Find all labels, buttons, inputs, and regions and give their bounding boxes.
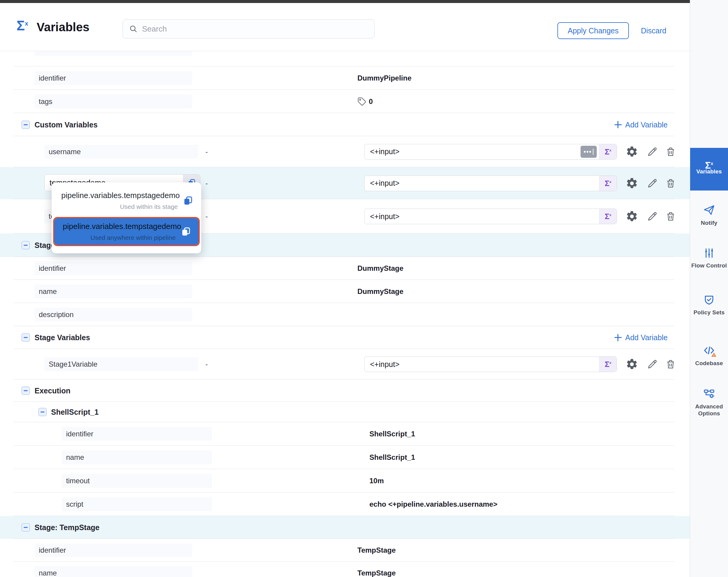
sidebar-item-flow-control[interactable]: Flow Control bbox=[690, 247, 728, 269]
section-title: Execution bbox=[34, 386, 70, 395]
variables-sigma-icon: Σx bbox=[17, 19, 28, 32]
collapse-icon[interactable] bbox=[22, 524, 30, 532]
variable-value-input[interactable]: <+input> Σx bbox=[364, 356, 617, 372]
field-label: name bbox=[34, 284, 192, 298]
variable-value-input[interactable]: <+input> Σx bbox=[364, 176, 617, 191]
field-label: identifier bbox=[62, 427, 212, 441]
sigma-icon: Σx bbox=[705, 164, 713, 165]
tags-value: 0 bbox=[357, 97, 373, 106]
section-title: Custom Variables bbox=[34, 120, 98, 129]
field-value: TempStage bbox=[357, 546, 396, 554]
panel-header: Σx Variables Apply Changes Discard bbox=[0, 3, 690, 51]
scope-text: Used anywhere within pipeline bbox=[63, 234, 176, 241]
add-variable-button[interactable]: Add Variable bbox=[615, 333, 668, 342]
runtime-input-options-button[interactable] bbox=[580, 146, 597, 158]
delete-icon[interactable] bbox=[665, 358, 676, 370]
selection-highlight-ring: pipeline.variables.tempstagedemo Used an… bbox=[53, 217, 200, 246]
page-title: Variables bbox=[37, 20, 89, 34]
pipeline-identifier-row: identifier DummyPipeline bbox=[0, 67, 690, 90]
field-value: DummyStage bbox=[357, 287, 404, 296]
pipeline-tags-row: tags 0 bbox=[0, 90, 690, 113]
stage-description-row: description bbox=[0, 303, 690, 326]
flowchart-gear-icon bbox=[703, 387, 716, 400]
copy-option-text: pipeline.variables.tempstagedemo Used an… bbox=[63, 222, 176, 241]
field-value: echo <+pipeline.variables.username> bbox=[369, 500, 497, 508]
delete-icon[interactable] bbox=[665, 178, 676, 189]
apply-changes-button[interactable]: Apply Changes bbox=[557, 22, 629, 39]
execution-section-row: Execution bbox=[0, 380, 690, 402]
clipped-row-line bbox=[0, 51, 690, 67]
variable-row-username: username - <+input> Σx bbox=[0, 136, 690, 167]
copy-icon[interactable] bbox=[181, 226, 191, 237]
field-label: identifier bbox=[34, 543, 192, 557]
variable-row-stage1variable: Stage1Variable - <+input> Σx bbox=[0, 349, 690, 380]
search-input[interactable] bbox=[142, 24, 368, 34]
field-value: DummyStage bbox=[357, 264, 404, 273]
delete-icon[interactable] bbox=[665, 211, 676, 222]
field-label: identifier bbox=[34, 71, 192, 85]
field-label: name bbox=[34, 566, 192, 577]
edit-icon[interactable] bbox=[646, 210, 658, 222]
settings-icon[interactable] bbox=[626, 358, 638, 371]
field-value: TempStage bbox=[357, 569, 396, 577]
delete-icon[interactable] bbox=[665, 146, 676, 157]
collapse-icon[interactable] bbox=[22, 333, 30, 342]
step-identifier-row: identifier ShellScript_1 bbox=[0, 422, 690, 446]
discard-button[interactable]: Discard bbox=[641, 22, 667, 39]
sidebar-item-codebase[interactable]: Codebase bbox=[690, 344, 728, 367]
field-value: ShellScript_1 bbox=[369, 453, 415, 461]
add-variable-button[interactable]: Add Variable bbox=[615, 120, 668, 129]
plus-icon bbox=[615, 334, 622, 341]
settings-icon[interactable] bbox=[626, 177, 638, 190]
edit-icon[interactable] bbox=[646, 146, 658, 158]
step-timeout-row: timeout 10m bbox=[0, 469, 690, 493]
copy-expression-popover: pipeline.variables.tempstagedemo Used wi… bbox=[52, 182, 201, 253]
runtime-input-value: <+input> bbox=[365, 212, 599, 221]
runtime-input-value: <+input> bbox=[365, 147, 580, 156]
step-name-row: name ShellScript_1 bbox=[0, 446, 690, 469]
paper-plane-icon bbox=[703, 204, 716, 216]
copy-icon[interactable] bbox=[183, 195, 193, 206]
copy-option-pipeline-scope[interactable]: pipeline.variables.tempstagedemo Used an… bbox=[54, 218, 199, 245]
field-label: script bbox=[62, 497, 212, 511]
copy-option-stage-scope[interactable]: pipeline.variables.tempstagedemo Used wi… bbox=[52, 187, 201, 214]
field-label: timeout bbox=[62, 474, 212, 488]
expression-icon[interactable]: Σx bbox=[599, 144, 617, 159]
collapse-icon[interactable] bbox=[22, 241, 30, 249]
variable-dash: - bbox=[205, 360, 208, 369]
sidebar-item-notify[interactable]: Notify bbox=[690, 204, 728, 226]
expression-icon[interactable]: Σx bbox=[599, 176, 617, 191]
sidebar-item-variables[interactable]: Σx Variables bbox=[690, 148, 728, 191]
variable-name: username bbox=[45, 145, 198, 159]
search-icon bbox=[129, 24, 138, 33]
tempstage-name-row: name TempStage bbox=[0, 562, 690, 577]
field-value: 10m bbox=[369, 477, 384, 485]
settings-icon[interactable] bbox=[626, 146, 638, 158]
sidebar-item-advanced-options[interactable]: Advanced Options bbox=[690, 387, 728, 417]
tempstage-identifier-row: identifier TempStage bbox=[0, 539, 690, 562]
variable-value-input[interactable]: <+input> Σx bbox=[364, 208, 617, 224]
search-box[interactable] bbox=[123, 19, 374, 39]
section-title: Stage: TempStage bbox=[34, 523, 99, 532]
field-label: description bbox=[34, 308, 192, 322]
edit-icon[interactable] bbox=[646, 358, 658, 370]
field-label: identifier bbox=[34, 261, 192, 275]
stage-name-row: name DummyStage bbox=[0, 280, 690, 303]
right-sidebar: Σx Variables Notify Flow Control Policy … bbox=[690, 0, 728, 577]
collapse-icon[interactable] bbox=[38, 408, 47, 416]
expression-text: pipeline.variables.tempstagedemo bbox=[63, 222, 176, 231]
collapse-icon[interactable] bbox=[22, 387, 30, 395]
sidebar-item-policy-sets[interactable]: Policy Sets bbox=[690, 294, 728, 316]
variable-dash: - bbox=[205, 148, 208, 156]
copy-option-text: pipeline.variables.tempstagedemo Used wi… bbox=[61, 191, 178, 210]
tag-icon bbox=[357, 97, 366, 106]
custom-variables-section-row: Custom Variables Add Variable bbox=[0, 113, 690, 136]
collapse-icon[interactable] bbox=[22, 121, 30, 129]
variable-value-input[interactable]: <+input> Σx bbox=[364, 144, 617, 159]
expression-icon[interactable]: Σx bbox=[599, 357, 617, 372]
field-label: name bbox=[62, 450, 212, 464]
expression-icon[interactable]: Σx bbox=[599, 209, 617, 224]
stage-identifier-row: identifier DummyStage bbox=[0, 257, 690, 280]
edit-icon[interactable] bbox=[646, 177, 658, 189]
settings-icon[interactable] bbox=[626, 210, 638, 223]
